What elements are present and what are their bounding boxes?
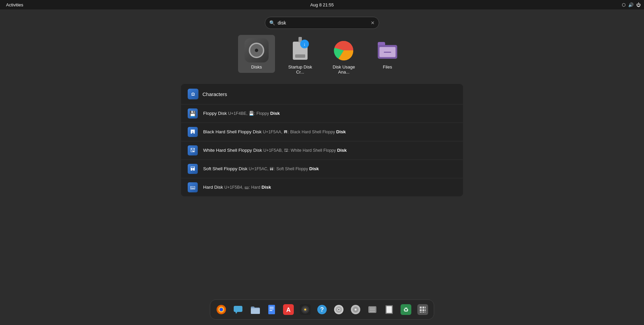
svg-rect-29 — [370, 309, 375, 310]
char-icon-black-hard: 🖪 — [188, 127, 198, 137]
svg-point-26 — [355, 309, 357, 311]
characters-app-icon: Ω — [188, 89, 198, 99]
taskbar-firefox[interactable] — [214, 302, 229, 317]
svg-rect-9 — [270, 307, 274, 308]
svg-point-23 — [338, 309, 339, 310]
svg-rect-30 — [370, 311, 375, 312]
startup-app-icon: ↓ — [288, 38, 312, 62]
svg-text:A: A — [286, 307, 291, 313]
svg-text:?: ? — [320, 306, 324, 313]
startup-label: Startup Disk Cr... — [284, 64, 316, 75]
topbar-left: Activities — [3, 2, 26, 8]
char-text-white-hard: White Hard Shell Floppy Disk U+1F5AB, 🖫:… — [203, 147, 347, 154]
topbar-right: ⬡ 🔊 ⏻ — [622, 2, 641, 7]
svg-rect-5 — [234, 306, 242, 312]
app-item-usage[interactable]: Disk Usage Ana... — [325, 35, 362, 78]
svg-rect-44 — [425, 312, 426, 313]
svg-rect-36 — [420, 307, 422, 309]
char-result-soft-shell[interactable]: 🖬 Soft Shell Floppy Disk U+1F5AC, 🖬: Sof… — [181, 160, 463, 178]
svg-marker-6 — [235, 312, 237, 314]
char-result-black-hard[interactable]: 🖪 Black Hard Shell Floppy Disk U+1F5AA, … — [181, 123, 463, 141]
clear-search-button[interactable]: ✕ — [371, 20, 375, 26]
files-icon — [375, 38, 400, 62]
svg-rect-10 — [270, 309, 274, 309]
characters-app-name: Characters — [202, 91, 227, 97]
topbar-datetime: Aug 8 21:55 — [310, 2, 334, 7]
svg-rect-32 — [386, 306, 392, 313]
topbar-system-icons: ⬡ 🔊 ⏻ — [622, 2, 641, 7]
svg-point-1 — [340, 47, 347, 54]
taskbar-disc1[interactable] — [331, 302, 347, 317]
usage-pie-chart — [334, 40, 354, 60]
taskbar-recycle[interactable]: ♻ — [398, 302, 414, 317]
char-text-soft-shell: Soft Shell Floppy Disk U+1F5AC, 🖬: Soft … — [203, 166, 319, 172]
char-icon-floppy: 💾 — [188, 108, 198, 119]
svg-point-4 — [220, 308, 223, 311]
char-text-hard-disk: Hard Disk U+1F5B4, 🖴: Hard Disk — [203, 184, 271, 191]
svg-rect-43 — [422, 312, 424, 313]
activities-button[interactable]: Activities — [3, 2, 26, 8]
svg-rect-28 — [370, 308, 375, 309]
svg-rect-41 — [425, 309, 426, 311]
app-item-files[interactable]: Files — [369, 35, 406, 73]
svg-rect-39 — [420, 309, 422, 311]
search-bar: 🔍 ✕ — [265, 17, 379, 29]
taskbar-drive[interactable] — [365, 302, 380, 317]
char-text-black-hard: Black Hard Shell Floppy Disk U+1F5AA, 🖪:… — [203, 129, 346, 135]
taskbar-audio[interactable] — [297, 302, 313, 317]
svg-point-17 — [304, 309, 306, 311]
svg-rect-38 — [425, 307, 426, 309]
files-app-icon — [375, 38, 400, 62]
search-container: 🔍 ✕ — [265, 17, 379, 29]
taskbar-disc2[interactable] — [348, 302, 363, 317]
disks-icon-inner — [249, 43, 264, 58]
network-icon[interactable]: ⬡ — [622, 2, 626, 7]
main-content: 🔍 ✕ Disks — [0, 0, 644, 325]
usage-label: Disk Usage Ana... — [328, 64, 360, 75]
svg-rect-7 — [251, 308, 260, 314]
svg-text:♻: ♻ — [403, 307, 409, 313]
taskbar-appstore[interactable]: A — [281, 302, 296, 317]
startup-icon: ↓ — [288, 38, 312, 62]
usage-app-icon — [332, 38, 356, 62]
taskbar-notebook[interactable] — [381, 302, 397, 317]
taskbar-help[interactable]: ? — [314, 302, 330, 317]
taskbar-files[interactable] — [247, 302, 263, 317]
sound-icon[interactable]: 🔊 — [628, 2, 634, 7]
disks-icon-bg — [244, 38, 269, 62]
topbar: Activities Aug 8 21:55 ⬡ 🔊 ⏻ — [0, 0, 644, 9]
disks-icon-center — [255, 49, 258, 52]
search-input[interactable] — [278, 20, 368, 26]
svg-rect-11 — [270, 310, 272, 311]
svg-rect-42 — [420, 312, 422, 313]
svg-rect-37 — [422, 307, 424, 309]
char-result-hard-disk[interactable]: 🖴 Hard Disk U+1F5B4, 🖴: Hard Disk — [181, 178, 463, 196]
characters-section: Ω Characters 💾 Floppy Disk U+1F4BE, 💾: F… — [181, 84, 463, 196]
svg-rect-40 — [422, 309, 424, 311]
app-grid: Disks ↓ Startup Disk Cr... — [238, 35, 406, 78]
files-label: Files — [383, 64, 392, 69]
taskbar-docs[interactable] — [264, 302, 279, 317]
app-item-startup[interactable]: ↓ Startup Disk Cr... — [282, 35, 319, 78]
power-icon[interactable]: ⏻ — [636, 2, 641, 7]
char-icon-white-hard: 🖫 — [188, 145, 198, 155]
char-text-floppy: Floppy Disk U+1F4BE, 💾: Floppy Disk — [203, 110, 280, 117]
disks-app-icon — [244, 38, 269, 62]
search-icon: 🔍 — [269, 20, 275, 26]
characters-header[interactable]: Ω Characters — [181, 84, 463, 104]
char-icon-soft-shell: 🖬 — [188, 164, 198, 174]
taskbar-chat[interactable] — [230, 302, 246, 317]
char-result-white-hard[interactable]: 🖫 White Hard Shell Floppy Disk U+1F5AB, … — [181, 141, 463, 160]
taskbar: A ? ♻ — [210, 299, 434, 320]
char-icon-hard-disk: 🖴 — [188, 182, 198, 192]
app-item-disks[interactable]: Disks — [238, 35, 275, 73]
disks-label: Disks — [251, 64, 262, 69]
taskbar-grid[interactable] — [415, 302, 430, 317]
svg-rect-8 — [268, 305, 275, 314]
char-result-floppy-disk[interactable]: 💾 Floppy Disk U+1F4BE, 💾: Floppy Disk — [181, 104, 463, 123]
